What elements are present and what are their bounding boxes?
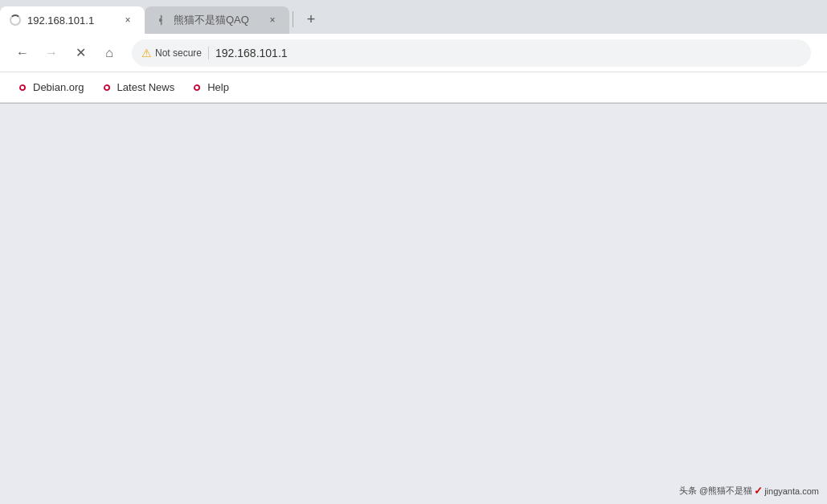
browser-chrome: 192.168.101.1 × 熊猫不是猫QAQ × + ← → ✕ ⌂ ⚠ N… [0,0,827,104]
debian-swirl-icon-2 [100,81,113,94]
watermark: 头条 @熊猫不是猫 ✓ jingyanta.com [679,485,819,497]
tab-active[interactable]: 192.168.101.1 × [0,6,145,34]
back-button[interactable]: ← [10,40,35,66]
bookmark-label-help: Help [207,81,229,93]
bookmark-debian[interactable]: Debian.org [10,78,91,97]
home-button[interactable]: ⌂ [96,40,122,66]
security-label: Not secure [155,47,202,59]
bookmark-label-latestnews: Latest News [117,81,175,93]
new-tab-button[interactable]: + [300,8,322,31]
debian-swirl-icon-1 [16,81,29,94]
nav-bar: ← → ✕ ⌂ ⚠ Not secure 192.168.101.1 [0,34,827,72]
tab-bar: 192.168.101.1 × 熊猫不是猫QAQ × + [0,0,827,34]
bookmarks-bar: Debian.org Latest News Help [0,72,827,103]
tab-title-active: 192.168.101.1 [27,14,114,27]
tab-separator [293,11,293,27]
tab-favicon-loading [10,14,21,26]
address-divider [208,47,209,59]
tab-title-inactive: 熊猫不是猫QAQ [174,13,259,27]
bookmark-label-debian: Debian.org [33,81,84,93]
debian-swirl-icon-3 [190,81,203,94]
address-text: 192.168.101.1 [215,47,801,59]
watermark-logo: ✓ [754,485,763,497]
tab-close-active[interactable]: × [121,13,135,27]
bookmark-latestnews[interactable]: Latest News [94,78,182,97]
reload-button[interactable]: ✕ [68,40,93,66]
page-content: 头条 @熊猫不是猫 ✓ jingyanta.com [0,104,827,504]
warning-icon: ⚠ [141,47,152,59]
forward-button[interactable]: → [39,40,64,66]
watermark-text: 头条 @熊猫不是猫 [679,485,752,497]
watermark-site: jingyanta.com [764,486,819,496]
tab-close-inactive[interactable]: × [265,13,280,27]
tab-inactive[interactable]: 熊猫不是猫QAQ × [145,6,289,34]
bookmark-help[interactable]: Help [184,78,235,97]
tab2-favicon [154,14,167,27]
address-bar[interactable]: ⚠ Not secure 192.168.101.1 [132,39,811,67]
security-warning: ⚠ Not secure [141,47,202,59]
